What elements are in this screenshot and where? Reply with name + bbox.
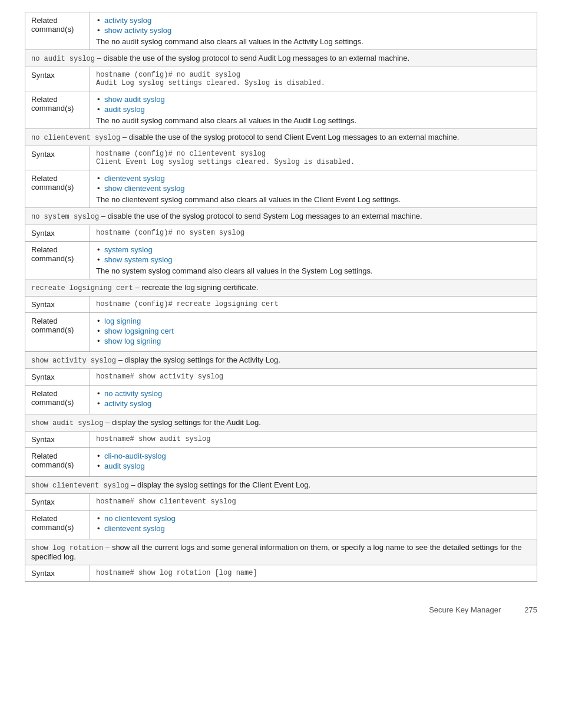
footer: Secure Key Manager 275 [25, 605, 537, 614]
main-table: Relatedcommand(s)activity syslogshow act… [25, 12, 537, 582]
link-12-2[interactable]: show log signing [104, 337, 161, 345]
row-label-17: Syntax [25, 431, 90, 448]
full-row-mono-19: show clientevent syslog [31, 482, 129, 490]
full-row-text-19: – display the syslog settings for the Cl… [129, 480, 311, 489]
row-content-20: hostname# show clientevent syslog [90, 494, 537, 510]
row-label-11: Syntax [25, 297, 90, 313]
link-3-1[interactable]: audit syslog [104, 105, 145, 114]
list-item-12-0: log signing [96, 317, 531, 325]
full-row-19: show clientevent syslog – display the sy… [25, 477, 537, 494]
full-row-text-10: – recreate the log signing certificate. [133, 283, 258, 292]
link-15-1[interactable]: activity syslog [104, 399, 151, 408]
row-label-2: Syntax [25, 67, 90, 91]
list-item-9-1: show system syslog [96, 255, 531, 264]
row-2: Syntaxhostname (config)# no audit syslog… [25, 67, 537, 91]
row-content-21: no clientevent syslogclientevent syslog [90, 510, 537, 539]
row-label-21: Relatedcommand(s) [25, 510, 90, 539]
page-wrapper: Relatedcommand(s)activity syslogshow act… [25, 12, 537, 614]
note-6: The no clientevent syslog command also c… [96, 195, 531, 204]
link-12-0[interactable]: log signing [104, 317, 141, 325]
mono-line-17-0: hostname# show audit syslog [96, 435, 531, 443]
row-content-12: log signingshow logsigning certshow log … [90, 313, 537, 352]
row-21: Relatedcommand(s)no clientevent syslogcl… [25, 510, 537, 539]
list-item-0-0: activity syslog [96, 16, 531, 25]
link-list-21: no clientevent syslogclientevent syslog [96, 514, 531, 533]
row-content-8: hostname (config)# no system syslog [90, 225, 537, 242]
link-list-3: show audit syslogaudit syslog [96, 95, 531, 114]
link-6-1[interactable]: show clientevent syslog [104, 184, 185, 193]
link-6-0[interactable]: clientevent syslog [104, 174, 165, 183]
mono-line-5-1: Client Event Log syslog settings cleared… [96, 158, 531, 166]
link-list-12: log signingshow logsigning certshow log … [96, 317, 531, 345]
row-content-5: hostname (config)# no clientevent syslog… [90, 146, 537, 170]
row-label-5: Syntax [25, 146, 90, 170]
row-content-6: clientevent syslogshow clientevent syslo… [90, 170, 537, 208]
row-content-9: system syslogshow system syslogThe no sy… [90, 242, 537, 279]
row-12: Relatedcommand(s)log signingshow logsign… [25, 313, 537, 352]
list-item-18-1: audit syslog [96, 462, 531, 470]
row-0: Relatedcommand(s)activity syslogshow act… [25, 12, 537, 50]
row-3: Relatedcommand(s)show audit syslogaudit … [25, 91, 537, 129]
row-label-9: Relatedcommand(s) [25, 242, 90, 279]
link-18-1[interactable]: audit syslog [104, 462, 145, 470]
row-15: Relatedcommand(s)no activity syslogactiv… [25, 386, 537, 414]
row-label-23: Syntax [25, 565, 90, 582]
row-17: Syntaxhostname# show audit syslog [25, 431, 537, 448]
row-content-11: hostname (config)# recreate logsigning c… [90, 297, 537, 313]
link-3-0[interactable]: show audit syslog [104, 95, 165, 104]
full-row-22: show log rotation – show all the current… [25, 539, 537, 565]
mono-line-2-0: hostname (config)# no audit syslog [96, 71, 531, 79]
link-list-6: clientevent syslogshow clientevent syslo… [96, 174, 531, 193]
row-14: Syntaxhostname# show activity syslog [25, 369, 537, 386]
row-label-8: Syntax [25, 225, 90, 242]
list-item-12-2: show log signing [96, 337, 531, 345]
row-6: Relatedcommand(s)clientevent syslogshow … [25, 170, 537, 208]
row-label-3: Relatedcommand(s) [25, 91, 90, 129]
link-9-0[interactable]: system syslog [104, 245, 153, 254]
link-list-18: cli-no-audit-syslogaudit syslog [96, 452, 531, 470]
full-row-4: no clientevent syslog – disable the use … [25, 129, 537, 146]
full-row-text-22: – show all the current logs and some gen… [31, 543, 522, 561]
link-list-15: no activity syslogactivity syslog [96, 389, 531, 408]
row-label-15: Relatedcommand(s) [25, 386, 90, 414]
full-row-cell-19: show clientevent syslog – display the sy… [25, 477, 537, 494]
row-8: Syntaxhostname (config)# no system syslo… [25, 225, 537, 242]
link-12-1[interactable]: show logsigning cert [104, 327, 174, 335]
full-row-text-13: – display the syslog settings for the Ac… [116, 355, 280, 364]
row-content-15: no activity syslogactivity syslog [90, 386, 537, 414]
row-label-18: Relatedcommand(s) [25, 448, 90, 477]
row-content-3: show audit syslogaudit syslogThe no audi… [90, 91, 537, 129]
list-item-3-1: audit syslog [96, 105, 531, 114]
row-label-12: Relatedcommand(s) [25, 313, 90, 352]
full-row-mono-1: no audit syslog [31, 55, 95, 63]
link-list-0: activity syslogshow activity syslog [96, 16, 531, 35]
full-row-mono-10: recreate logsigning cert [31, 284, 133, 292]
full-row-16: show audit syslog – display the syslog s… [25, 414, 537, 431]
full-row-cell-22: show log rotation – show all the current… [25, 539, 537, 565]
full-row-cell-10: recreate logsigning cert – recreate the … [25, 279, 537, 297]
link-18-0[interactable]: cli-no-audit-syslog [104, 452, 166, 460]
note-9: The no system syslog command also clears… [96, 266, 531, 275]
link-21-0[interactable]: no clientevent syslog [104, 514, 176, 523]
list-item-21-0: no clientevent syslog [96, 514, 531, 523]
full-row-cell-1: no audit syslog – disable the use of the… [25, 50, 537, 67]
list-item-6-1: show clientevent syslog [96, 184, 531, 193]
product-name: Secure Key Manager [429, 605, 501, 614]
full-row-mono-16: show audit syslog [31, 419, 103, 427]
link-0-1[interactable]: show activity syslog [104, 26, 171, 35]
full-row-mono-13: show activity syslog [31, 357, 116, 365]
link-9-1[interactable]: show system syslog [104, 255, 173, 264]
row-5: Syntaxhostname (config)# no clientevent … [25, 146, 537, 170]
link-21-1[interactable]: clientevent syslog [104, 524, 165, 533]
link-15-0[interactable]: no activity syslog [104, 389, 162, 398]
full-row-10: recreate logsigning cert – recreate the … [25, 279, 537, 297]
link-list-9: system syslogshow system syslog [96, 245, 531, 264]
mono-line-11-0: hostname (config)# recreate logsigning c… [96, 300, 531, 308]
full-row-cell-7: no system syslog – disable the use of th… [25, 208, 537, 225]
link-0-0[interactable]: activity syslog [104, 16, 151, 25]
full-row-text-7: – disable the use of the syslog protocol… [99, 212, 422, 220]
row-label-14: Syntax [25, 369, 90, 386]
full-row-13: show activity syslog – display the syslo… [25, 352, 537, 369]
full-row-cell-13: show activity syslog – display the syslo… [25, 352, 537, 369]
row-20: Syntaxhostname# show clientevent syslog [25, 494, 537, 510]
